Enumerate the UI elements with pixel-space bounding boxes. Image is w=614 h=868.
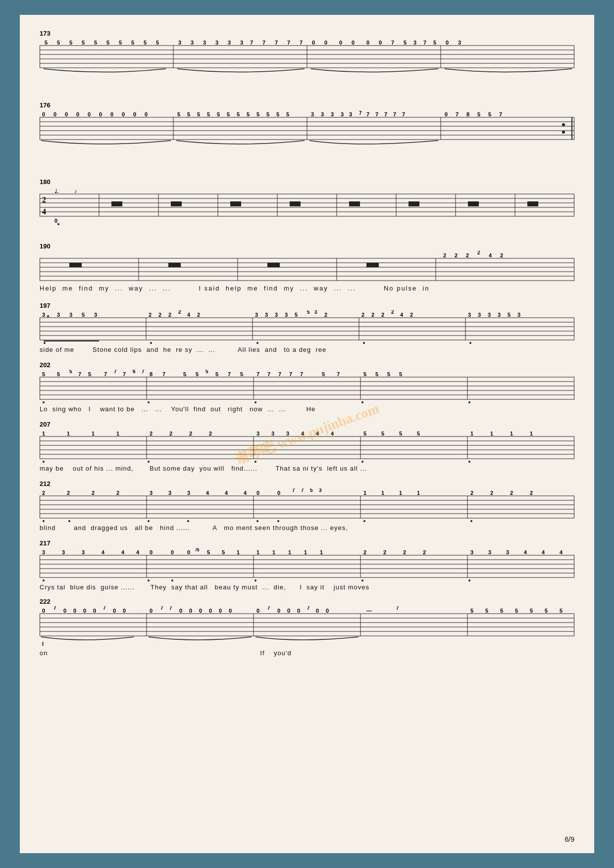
lyrics-217: Crys tal blue dis guise ...... They say … — [40, 583, 574, 593]
svg-text:4: 4 — [542, 549, 545, 555]
section-180: 180 2 4 ♩. ♪ — [40, 178, 574, 226]
svg-text:3: 3 — [311, 111, 314, 117]
svg-text:0: 0 — [352, 40, 355, 46]
svg-text:0: 0 — [123, 608, 126, 614]
svg-point-97 — [562, 131, 565, 134]
svg-text:2: 2 — [371, 312, 374, 318]
svg-point-241 — [43, 401, 45, 403]
svg-text:5: 5 — [131, 40, 134, 46]
svg-text:2: 2 — [383, 549, 386, 555]
svg-text:3: 3 — [62, 549, 65, 555]
svg-text:0: 0 — [150, 549, 153, 555]
svg-text:2: 2 — [168, 312, 171, 318]
svg-text:5: 5 — [57, 40, 60, 46]
svg-text:3: 3 — [498, 312, 501, 318]
svg-text:7: 7 — [78, 371, 81, 377]
svg-point-282 — [255, 461, 256, 463]
svg-text:5: 5 — [197, 111, 200, 117]
svg-text:3: 3 — [349, 111, 352, 117]
svg-text:1: 1 — [42, 431, 45, 436]
svg-text:4: 4 — [244, 490, 247, 496]
svg-point-370 — [148, 579, 150, 581]
svg-text:5: 5 — [177, 111, 180, 117]
svg-text:5: 5 — [307, 310, 310, 315]
section-212: 212 2 2 2 2 3 3 3 4 4 4 — [40, 480, 574, 538]
svg-text:5: 5 — [310, 488, 313, 493]
svg-text:5: 5 — [205, 370, 208, 374]
staff-svg-176: 0 0 0 0 0 0 0 0 0 0 5 5 5 5 5 5 5 5 5 5 … — [40, 110, 574, 149]
svg-text:1: 1 — [256, 549, 259, 555]
measure-number-212: 212 — [40, 480, 574, 487]
svg-text:2: 2 — [477, 251, 480, 255]
svg-text:5: 5 — [57, 371, 60, 377]
svg-text:7: 7 — [262, 40, 265, 46]
svg-text:2: 2 — [381, 312, 384, 318]
svg-point-245 — [468, 401, 470, 403]
svg-text:3: 3 — [488, 312, 491, 318]
svg-text:4: 4 — [206, 490, 209, 496]
svg-text:3: 3 — [341, 111, 344, 117]
svg-text:5: 5 — [433, 40, 436, 46]
svg-text:1: 1 — [67, 431, 70, 436]
svg-text:1: 1 — [92, 431, 95, 436]
svg-text:3: 3 — [265, 312, 268, 318]
svg-text:2: 2 — [197, 312, 200, 318]
svg-text:0: 0 — [53, 111, 56, 117]
svg-text:0: 0 — [446, 40, 449, 46]
svg-text:1: 1 — [530, 431, 533, 436]
svg-rect-141 — [168, 263, 181, 267]
svg-text:2: 2 — [150, 431, 153, 436]
svg-text:3: 3 — [314, 310, 317, 315]
svg-text:5: 5 — [363, 371, 366, 377]
svg-text:3: 3 — [191, 40, 194, 46]
staff-svg-173: 5 5 5 5 5 5 5 5 5 5 3 3 3 3 3 3 7 7 7 7 … — [40, 38, 574, 75]
svg-text:3: 3 — [319, 488, 322, 493]
svg-text:7: 7 — [402, 111, 405, 117]
svg-text:0: 0 — [366, 40, 369, 46]
svg-point-371 — [171, 579, 173, 581]
measure-number-180: 180 — [40, 178, 574, 186]
svg-text:0: 0 — [379, 40, 382, 46]
svg-text:0: 0 — [277, 490, 280, 496]
staff-svg-217: 3 3 3 4 4 4 0 0 0 /5 5 5 1 1 1 1 1 1 2 2… — [40, 548, 574, 582]
svg-text:7: 7 — [160, 606, 163, 611]
lyrics-190: Help me find my ... way ... ... I said h… — [40, 285, 574, 294]
svg-text:5: 5 — [240, 371, 243, 377]
svg-text:3: 3 — [203, 40, 206, 46]
svg-text:2: 2 — [410, 312, 413, 318]
staff-svg-212: 2 2 2 2 3 3 3 4 4 4 0 0 7 7 5 3 1 1 1 1 … — [40, 488, 574, 523]
svg-text:3: 3 — [331, 111, 334, 117]
svg-text:2: 2 — [169, 431, 172, 436]
svg-text:2: 2 — [324, 312, 327, 318]
svg-text:5: 5 — [375, 371, 378, 377]
svg-text:7: 7 — [162, 371, 165, 377]
svg-text:4: 4 — [187, 312, 191, 318]
svg-text:3: 3 — [69, 312, 72, 318]
svg-text:3: 3 — [255, 312, 258, 318]
section-222: 222 0 7 0 0 0 0 7 0 0 0 7 — [40, 598, 574, 663]
svg-text:2: 2 — [466, 252, 469, 258]
svg-text:0: 0 — [297, 608, 300, 614]
svg-text:5: 5 — [217, 111, 220, 117]
svg-text:2: 2 — [92, 490, 95, 496]
svg-rect-142 — [267, 263, 280, 267]
svg-text:8: 8 — [150, 371, 153, 377]
svg-text:4: 4 — [225, 490, 228, 496]
svg-text:5: 5 — [183, 371, 186, 377]
measure-number-190: 190 — [40, 242, 574, 250]
svg-text:2: 2 — [209, 431, 212, 436]
svg-text:2: 2 — [42, 195, 46, 204]
svg-text:5: 5 — [295, 312, 298, 318]
svg-text:0: 0 — [99, 111, 102, 117]
svg-text:0: 0 — [219, 608, 222, 614]
svg-point-284 — [468, 461, 470, 463]
lyrics-207: may be out of his ... mind, But some day… — [40, 465, 574, 475]
svg-text:3: 3 — [468, 312, 471, 318]
svg-text:5: 5 — [470, 608, 473, 614]
svg-text:5: 5 — [488, 111, 491, 117]
svg-point-327 — [363, 520, 365, 522]
svg-rect-140 — [69, 263, 82, 267]
svg-text:5: 5 — [187, 111, 190, 117]
svg-rect-123 — [409, 201, 419, 206]
svg-text:2: 2 — [158, 312, 161, 318]
